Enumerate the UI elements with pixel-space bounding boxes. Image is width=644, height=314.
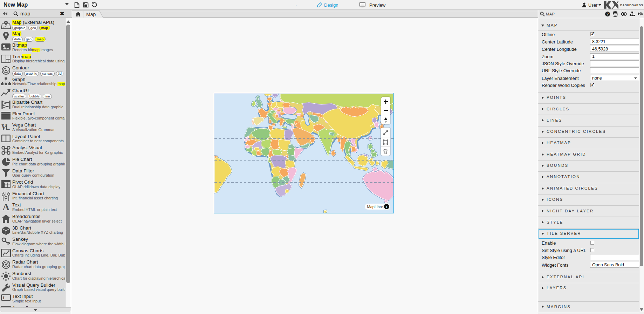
svg-text:i: i (386, 205, 387, 209)
svg-text:L: L (6, 123, 10, 131)
svg-text:?: ? (607, 12, 609, 16)
svg-text:A: A (2, 203, 10, 211)
svg-text:I: I (3, 295, 5, 300)
